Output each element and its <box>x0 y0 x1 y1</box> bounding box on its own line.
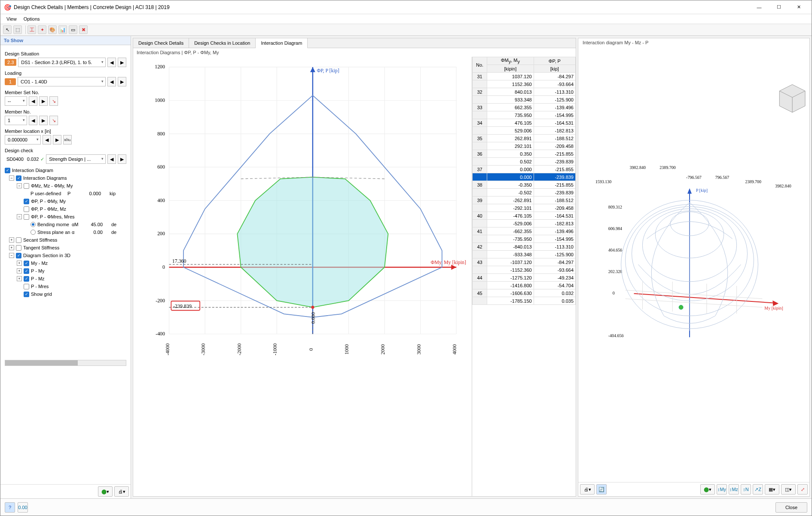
table-row[interactable]: -735.950-154.995 <box>473 235 576 243</box>
axis-z-button[interactable]: ↗Z <box>753 484 763 494</box>
table-row[interactable]: 0.000-239.839 <box>473 173 576 181</box>
axis-my-button[interactable]: ↕My <box>717 484 727 494</box>
tool-rebar-icon[interactable]: ✦ <box>38 25 46 34</box>
table-row[interactable]: 34476.105-164.531 <box>473 119 576 127</box>
print-button[interactable]: 🖨▾ <box>114 486 129 497</box>
table-row[interactable]: 44-1275.120-49.234 <box>473 274 576 282</box>
table-row[interactable]: 39-262.891-188.512 <box>473 197 576 204</box>
axis-mz-button[interactable]: ↕Mz <box>729 484 739 494</box>
my-mz-checkbox[interactable] <box>24 261 29 266</box>
expander[interactable]: + <box>9 237 14 243</box>
phip-my-checkbox[interactable] <box>24 199 29 204</box>
table-row[interactable]: 33662.355-139.496 <box>473 104 576 111</box>
table-row[interactable]: 370.000-215.855 <box>473 166 576 173</box>
table-row[interactable]: 43-1037.120-84.297 <box>473 258 576 266</box>
table-row[interactable]: 933.348-125.900 <box>473 96 576 104</box>
table-row[interactable]: 38-0.350-215.855 <box>473 181 576 189</box>
tool-section-icon[interactable]: 工 <box>27 25 36 34</box>
phip-mres-checkbox[interactable] <box>24 214 29 220</box>
horizontal-scrollbar[interactable] <box>5 360 126 366</box>
design-situation-select[interactable]: DS1 - Section 2.3 (LRFD), 1. to 5.▾ <box>18 58 106 67</box>
col-my[interactable]: ΦMy, My <box>487 57 534 65</box>
member-no-prev-button[interactable]: ◀ <box>29 116 37 125</box>
expander[interactable]: + <box>17 261 22 266</box>
tab-design-check-details[interactable]: Design Check Details <box>133 38 189 48</box>
phimz-checkbox[interactable] <box>24 183 29 189</box>
menu-options[interactable]: Options <box>20 15 43 22</box>
design-check-prev-button[interactable]: ◀ <box>107 154 116 164</box>
table-row[interactable]: 40-476.105-164.531 <box>473 212 576 220</box>
export-button[interactable]: ⬤▾ <box>98 486 113 497</box>
table-row[interactable]: -529.006-182.813 <box>473 220 576 227</box>
design-situation-next-button[interactable]: ▶ <box>118 58 126 67</box>
interaction-chart[interactable]: -4000-3000-2000-100001000200030004000-40… <box>133 57 472 496</box>
design-check-next-button[interactable]: ▶ <box>118 154 126 164</box>
table-row[interactable]: 32840.013-113.310 <box>473 88 576 96</box>
loading-next-button[interactable]: ▶ <box>118 77 126 86</box>
expander[interactable]: − <box>9 253 14 258</box>
expander[interactable]: − <box>17 183 22 188</box>
interaction-diagrams-checkbox[interactable] <box>16 175 21 181</box>
interaction-diagram-checkbox[interactable] <box>5 168 10 173</box>
loading-prev-button[interactable]: ◀ <box>107 77 116 86</box>
right-print-button[interactable]: 🖨▾ <box>580 484 595 494</box>
table-row[interactable]: -0.502-239.839 <box>473 189 576 197</box>
phip-mz-checkbox[interactable] <box>24 206 29 212</box>
stress-plane-radio[interactable] <box>31 230 36 235</box>
tab-design-checks-location[interactable]: Design Checks in Location <box>189 38 256 48</box>
p-mz-checkbox[interactable] <box>24 276 29 282</box>
units-button[interactable]: 0.00 <box>18 502 28 513</box>
tab-interaction-diagram[interactable]: Interaction Diagram <box>256 38 308 48</box>
table-row[interactable]: -1785.1500.035 <box>473 297 576 305</box>
iso-button[interactable]: ◫▾ <box>781 484 796 494</box>
table-row[interactable]: 360.350-215.855 <box>473 150 576 158</box>
loading-select[interactable]: CO1 - 1.40D▾ <box>18 77 106 86</box>
right-refresh-button[interactable]: 🔄 <box>596 484 607 494</box>
tool-result-icon[interactable]: ▭ <box>69 25 77 34</box>
show-grid-checkbox[interactable] <box>24 292 29 297</box>
member-set-next-button[interactable]: ▶ <box>39 96 48 106</box>
help-button[interactable]: ? <box>5 502 15 513</box>
tool-cursor-icon[interactable]: ↖ <box>3 25 12 34</box>
member-location-next-button[interactable]: ▶ <box>53 135 61 144</box>
tool-delete-icon[interactable]: ✖ <box>79 25 88 34</box>
member-set-pick-button[interactable]: ↘ <box>49 96 58 106</box>
tool-all-icon[interactable]: ⬚ <box>13 25 22 34</box>
table-row[interactable]: 45-1606.6300.032 <box>473 289 576 297</box>
expander[interactable]: + <box>17 268 22 273</box>
table-row[interactable]: 35262.891-188.512 <box>473 135 576 142</box>
menu-view[interactable]: View <box>3 15 20 22</box>
p-my-checkbox[interactable] <box>24 268 29 274</box>
view-style-button[interactable]: ⬤▾ <box>700 484 715 494</box>
bending-moment-radio[interactable] <box>31 222 36 227</box>
member-no-pick-button[interactable]: ↘ <box>49 116 58 125</box>
expander[interactable]: + <box>17 276 22 281</box>
table-row[interactable]: -1416.800-54.704 <box>473 282 576 289</box>
view-3d-button[interactable]: ▦▾ <box>765 484 779 494</box>
tool-chart-icon[interactable]: 📊 <box>58 25 67 34</box>
tool-colors-icon[interactable]: 🎨 <box>48 25 57 34</box>
col-p[interactable]: ΦP, P <box>534 57 575 65</box>
tangent-checkbox[interactable] <box>16 245 21 251</box>
table-row[interactable]: 41-662.355-139.496 <box>473 227 576 235</box>
maximize-button[interactable]: ☐ <box>769 1 788 13</box>
design-check-select[interactable]: Strength Design | ...▾ <box>46 154 106 164</box>
p-mres-checkbox[interactable] <box>24 284 29 289</box>
minimize-button[interactable]: — <box>750 1 769 13</box>
table-row[interactable]: 292.101-209.458 <box>473 142 576 150</box>
secant-checkbox[interactable] <box>16 237 21 243</box>
table-row[interactable]: -292.101-209.458 <box>473 204 576 212</box>
3d-viewport[interactable]: 1593.130 3982.840 2389.700 -796.567 796.… <box>578 47 809 482</box>
axis-n-button[interactable]: ↕N <box>741 484 751 494</box>
member-location-prev-button[interactable]: ◀ <box>43 135 51 144</box>
expander[interactable]: + <box>9 245 14 250</box>
table-row[interactable]: -1152.360-93.664 <box>473 266 576 274</box>
table-row[interactable]: 311037.120-84.297 <box>473 73 576 80</box>
close-button[interactable]: Close <box>775 502 807 513</box>
member-set-prev-button[interactable]: ◀ <box>29 96 37 106</box>
member-set-select[interactable]: --▾ <box>5 96 27 106</box>
diagram3d-checkbox[interactable] <box>16 253 21 258</box>
table-row[interactable]: 1152.360-93.664 <box>473 80 576 88</box>
table-row[interactable]: 0.502-239.839 <box>473 158 576 166</box>
expander[interactable]: − <box>17 214 22 219</box>
